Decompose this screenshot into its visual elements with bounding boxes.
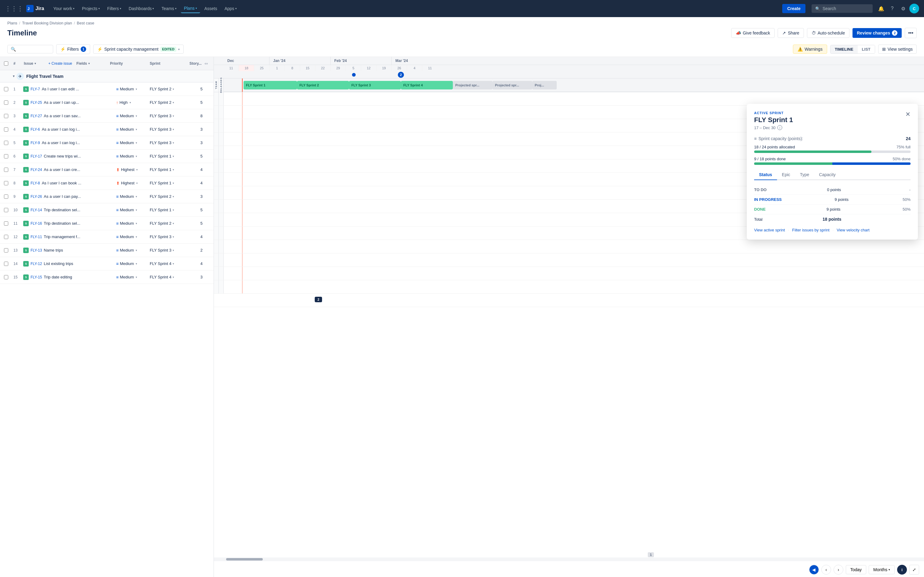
issue-id-link[interactable]: FLY-11	[31, 235, 42, 239]
sprint-bar-fly4[interactable]: FLY Sprint 4	[401, 81, 453, 89]
priority-chevron[interactable]: ▾	[136, 182, 138, 185]
sprint-chevron[interactable]: ▾	[173, 208, 174, 211]
view-settings-button[interactable]: ⊞ View settings	[878, 45, 917, 54]
popup-close-button[interactable]: ✕	[905, 111, 911, 117]
sprint-chevron[interactable]: ▾	[173, 262, 174, 265]
sprint-chevron[interactable]: ▾	[173, 222, 174, 225]
issue-id-link[interactable]: FLY-26	[31, 195, 42, 199]
review-changes-button[interactable]: Review changes 2	[853, 28, 902, 38]
priority-chevron[interactable]: ▾	[136, 168, 138, 171]
nav-prev-button[interactable]: ‹	[821, 565, 831, 575]
nav-next-button[interactable]: ›	[834, 565, 843, 575]
sprint-chevron[interactable]: ▾	[173, 168, 174, 171]
issue-id-link[interactable]: FLY-7	[31, 87, 40, 91]
sprint-filter-button[interactable]: ⚡ Sprint capacity management EDITED ▾	[93, 45, 184, 54]
nav-your-work[interactable]: Your work▾	[50, 4, 78, 13]
priority-chevron[interactable]: ▾	[136, 262, 137, 265]
row-checkbox-2[interactable]	[4, 114, 8, 118]
nav-prev-prev-button[interactable]: ◀	[809, 565, 819, 575]
jira-logo[interactable]: J Jira	[26, 5, 44, 12]
popup-tab-epic[interactable]: Epic	[777, 170, 795, 180]
info-button[interactable]: i	[897, 565, 907, 575]
priority-chevron[interactable]: ▾	[136, 128, 137, 131]
issue-id-link[interactable]: FLY-27	[31, 114, 42, 118]
nav-apps[interactable]: Apps▾	[221, 4, 240, 13]
issue-id-link[interactable]: FLY-13	[31, 248, 42, 253]
help-icon[interactable]: ?	[887, 4, 897, 13]
row-checkbox-14[interactable]	[4, 275, 8, 279]
user-avatar[interactable]: C	[909, 4, 919, 13]
priority-chevron[interactable]: ▾	[136, 249, 137, 252]
sprint-chevron[interactable]: ▾	[173, 128, 174, 131]
breadcrumb-division[interactable]: Travel Booking Division plan	[22, 21, 72, 25]
nav-teams[interactable]: Teams▾	[158, 4, 179, 13]
gantt-scrollbar[interactable]: 1	[214, 558, 924, 561]
sprint-chevron[interactable]: ▾	[173, 182, 174, 185]
row-checkbox-13[interactable]	[4, 262, 8, 266]
nav-assets[interactable]: Assets	[201, 4, 220, 13]
popup-tab-status[interactable]: Status	[754, 170, 777, 180]
view-active-sprint-link[interactable]: View active sprint	[754, 228, 785, 232]
row-checkbox-7[interactable]	[4, 181, 8, 185]
priority-chevron[interactable]: ▾	[129, 101, 131, 104]
sprint-bar-fly2[interactable]: FLY Sprint 2	[297, 81, 349, 89]
share-button[interactable]: ↗ Share	[778, 28, 804, 38]
warnings-button[interactable]: ⚠️ Warnings	[793, 45, 827, 54]
view-velocity-link[interactable]: View velocity chart	[837, 228, 869, 232]
sprint-chevron[interactable]: ▾	[173, 88, 174, 91]
expand-button[interactable]: ⤢	[909, 565, 919, 575]
select-all-checkbox[interactable]	[4, 61, 8, 66]
popup-tab-type[interactable]: Type	[795, 170, 814, 180]
priority-chevron[interactable]: ▾	[136, 141, 137, 144]
sprint-chevron[interactable]: ▾	[173, 155, 174, 158]
team-expand-icon[interactable]: ▼	[12, 74, 15, 78]
issue-id-link[interactable]: FLY-16	[31, 221, 42, 226]
priority-chevron[interactable]: ▾	[136, 114, 137, 118]
row-checkbox-9[interactable]	[4, 208, 8, 212]
scroll-thumb[interactable]	[226, 558, 263, 561]
today-button[interactable]: Today	[846, 565, 866, 574]
mini-badge-2[interactable]: 2	[315, 297, 322, 302]
priority-chevron[interactable]: ▾	[136, 235, 137, 239]
give-feedback-button[interactable]: 📣 Give feedback	[731, 28, 775, 38]
issue-id-link[interactable]: FLY-9	[31, 141, 40, 145]
issue-id-link[interactable]: FLY-14	[31, 208, 42, 212]
row-checkbox-11[interactable]	[4, 235, 8, 239]
sprint-chevron[interactable]: ▾	[173, 114, 174, 118]
list-view-button[interactable]: LIST	[858, 45, 875, 53]
sprint-chevron[interactable]: ▾	[173, 276, 174, 279]
nav-projects[interactable]: Projects▾	[79, 4, 103, 13]
row-checkbox-0[interactable]	[4, 87, 8, 91]
popup-tab-capacity[interactable]: Capacity	[814, 170, 840, 180]
issue-column-header[interactable]: Issue ▾	[24, 61, 36, 66]
issue-id-link[interactable]: FLY-24	[31, 168, 42, 172]
row-checkbox-4[interactable]	[4, 141, 8, 145]
months-button[interactable]: Months ▾	[869, 565, 895, 574]
more-options-button[interactable]: •••	[905, 28, 917, 38]
row-checkbox-1[interactable]	[4, 100, 8, 105]
issue-id-link[interactable]: FLY-8	[31, 181, 40, 185]
issue-id-link[interactable]: FLY-15	[31, 275, 42, 279]
priority-chevron[interactable]: ▾	[136, 195, 137, 198]
row-checkbox-8[interactable]	[4, 195, 8, 199]
priority-chevron[interactable]: ▾	[136, 222, 137, 225]
sprint-chevron[interactable]: ▾	[173, 195, 174, 198]
notifications-icon[interactable]: 🔔	[876, 4, 886, 13]
info-icon-dates[interactable]: i	[777, 125, 782, 130]
row-checkbox-5[interactable]	[4, 154, 8, 158]
search-input-box[interactable]: 🔍	[7, 45, 53, 53]
settings-icon[interactable]: ⚙	[898, 4, 908, 13]
row-checkbox-3[interactable]	[4, 127, 8, 132]
nav-filters[interactable]: Filters▾	[104, 4, 124, 13]
auto-schedule-button[interactable]: ⏱ Auto-schedule	[807, 28, 850, 38]
fields-header[interactable]: Fields ▾	[76, 61, 90, 66]
filter-issues-link[interactable]: Filter issues by sprint	[792, 228, 830, 232]
issue-id-link[interactable]: FLY-12	[31, 262, 42, 266]
issue-id-link[interactable]: FLY-17	[31, 154, 42, 158]
create-button[interactable]: Create	[782, 4, 805, 13]
priority-chevron[interactable]: ▾	[136, 155, 137, 158]
priority-chevron[interactable]: ▾	[136, 88, 137, 91]
sprint-chevron[interactable]: ▾	[173, 249, 174, 252]
row-checkbox-12[interactable]	[4, 248, 8, 253]
sprint-bar-proj1[interactable]: Projected spr...	[453, 81, 493, 89]
